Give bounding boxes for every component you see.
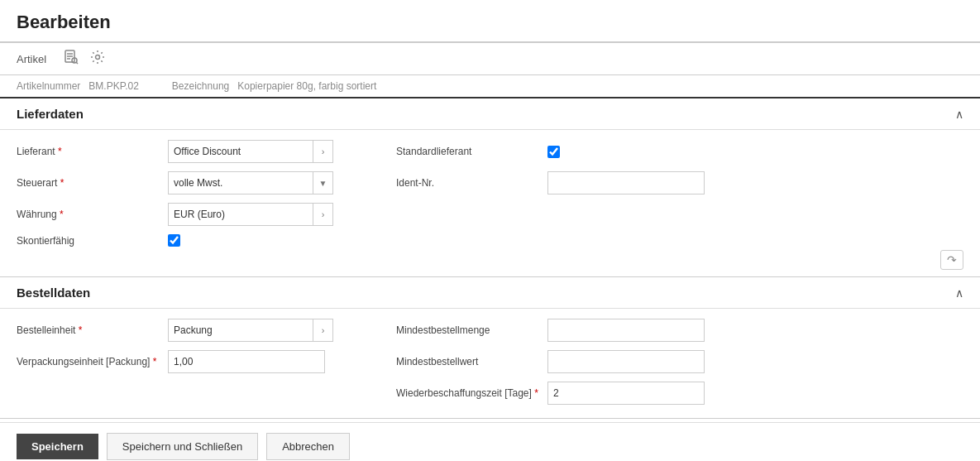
article-info-bar: Artikelnummer BM.PKP.02 Bezeichnung Kopi… [0, 75, 980, 98]
bestelldaten-header[interactable]: Bestelldaten ∧ [0, 277, 980, 309]
footer-bar: Speichern Speichern und Schließen Abbrec… [0, 422, 980, 461]
reset-btn-wrap: ↷ [0, 247, 980, 276]
bestelldaten-title: Bestelldaten [17, 286, 90, 300]
artikel-section-bar: Artikel [0, 43, 980, 75]
reset-icon-btn[interactable]: ↷ [940, 250, 963, 270]
page-title: Bearbeiten [17, 12, 111, 32]
bestelldaten-section: Bestelldaten ∧ Bestelleinheit * › Mindes… [0, 277, 980, 419]
steuerart-input-wrap[interactable]: ▼ [168, 171, 333, 194]
article-description-value: Kopierpapier 80g, farbig sortiert [237, 80, 376, 92]
bestelldaten-body: Bestelleinheit * › Mindestbestellmenge V… [0, 309, 980, 405]
lieferant-label: Lieferant * [17, 146, 161, 157]
skontierfaehig-label: Skontierfähig [17, 235, 161, 247]
lieferdaten-body: Lieferant * › Standardlieferant Steuerar… [0, 130, 980, 247]
standardlieferant-checkbox-wrap[interactable] [547, 146, 963, 158]
article-description-label: Bezeichnung [172, 80, 229, 92]
article-number-field: Artikelnummer BM.PKP.02 [17, 80, 139, 92]
waehrung-label: Währung * [17, 209, 161, 220]
lieferdaten-title: Lieferdaten [17, 107, 84, 121]
waehrung-input[interactable] [169, 207, 313, 222]
mindestbestellmenge-label: Mindestbestellmenge [396, 324, 541, 336]
lieferant-arrow-btn[interactable]: › [313, 141, 332, 162]
bestelleinheit-input-wrap[interactable]: › [168, 319, 333, 342]
page-header: Bearbeiten [0, 0, 980, 43]
article-description-field: Bezeichnung Kopierpapier 80g, farbig sor… [172, 80, 376, 92]
skontierfaehig-checkbox-wrap[interactable] [168, 234, 333, 247]
steuerart-input[interactable] [169, 175, 313, 190]
standardlieferant-checkbox[interactable] [547, 146, 560, 158]
mindestbestellwert-input[interactable] [547, 350, 705, 373]
article-number-value: BM.PKP.02 [88, 80, 138, 92]
ident-nr-label: Ident-Nr. [396, 177, 541, 189]
verpackungseinheit-input[interactable] [168, 350, 325, 373]
settings-icon[interactable] [86, 48, 109, 70]
steuerart-label: Steuerart * [17, 177, 161, 189]
svg-line-5 [76, 62, 78, 64]
bestelleinheit-label: Bestelleinheit * [17, 324, 161, 336]
ident-nr-input[interactable] [547, 171, 705, 194]
waehrung-arrow-btn[interactable]: › [313, 204, 332, 225]
mindestbestellmenge-input[interactable] [547, 319, 705, 342]
lieferdaten-header[interactable]: Lieferdaten ∧ [0, 98, 980, 130]
search-document-icon[interactable] [60, 48, 83, 70]
verpackungseinheit-label: Verpackungseinheit [Packung] * [17, 356, 161, 367]
svg-point-6 [96, 55, 100, 60]
lieferant-input-wrap[interactable]: › [168, 140, 333, 163]
lieferdaten-chevron-icon: ∧ [955, 108, 963, 121]
save-button[interactable]: Speichern [17, 434, 98, 459]
artikel-section-label: Artikel [17, 53, 46, 65]
wiederbeschaffungszeit-label: Wiederbeschaffungszeit [Tage] * [396, 387, 541, 399]
bestelleinheit-input[interactable] [169, 323, 313, 338]
waehrung-input-wrap[interactable]: › [168, 203, 333, 226]
mindestbestellwert-label: Mindestbestellwert [396, 356, 541, 367]
standardlieferant-label: Standardlieferant [396, 146, 541, 157]
cancel-button[interactable]: Abbrechen [266, 433, 350, 460]
article-number-label: Artikelnummer [17, 80, 80, 92]
skontierfaehig-checkbox[interactable] [168, 234, 180, 247]
bestelldaten-chevron-icon: ∧ [955, 286, 963, 300]
lieferant-input[interactable] [169, 144, 313, 159]
save-close-button[interactable]: Speichern und Schließen [107, 433, 258, 460]
wiederbeschaffungszeit-input[interactable] [547, 382, 705, 405]
steuerart-dropdown-btn[interactable]: ▼ [313, 172, 332, 194]
bestelleinheit-arrow-btn[interactable]: › [313, 319, 332, 341]
lieferdaten-section: Lieferdaten ∧ Lieferant * › Standardlief… [0, 98, 980, 277]
